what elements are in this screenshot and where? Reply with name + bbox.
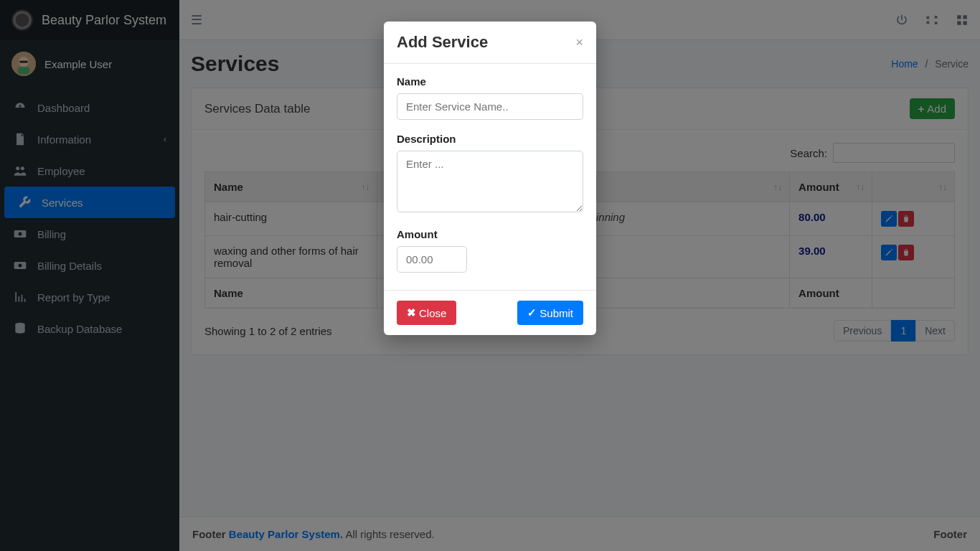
- add-service-modal: Add Service × Name Description Amount ✖ …: [384, 22, 596, 335]
- modal-body: Name Description Amount: [384, 64, 596, 290]
- description-input[interactable]: [397, 151, 583, 212]
- modal-title: Add Service: [397, 33, 488, 52]
- amount-field-label: Amount: [397, 228, 583, 240]
- modal-header: Add Service ×: [384, 22, 596, 64]
- close-icon: ✖: [407, 306, 416, 319]
- name-field-label: Name: [397, 75, 583, 88]
- amount-input[interactable]: [397, 246, 467, 273]
- submit-button-label: Submit: [540, 307, 573, 319]
- close-button[interactable]: ✖ Close: [397, 301, 456, 325]
- close-button-label: Close: [419, 307, 446, 319]
- modal-close-button[interactable]: ×: [575, 35, 583, 50]
- submit-button[interactable]: ✓ Submit: [517, 301, 583, 325]
- name-input[interactable]: [397, 93, 583, 120]
- description-field-label: Description: [397, 133, 583, 145]
- check-icon: ✓: [527, 306, 537, 319]
- modal-footer: ✖ Close ✓ Submit: [384, 290, 596, 335]
